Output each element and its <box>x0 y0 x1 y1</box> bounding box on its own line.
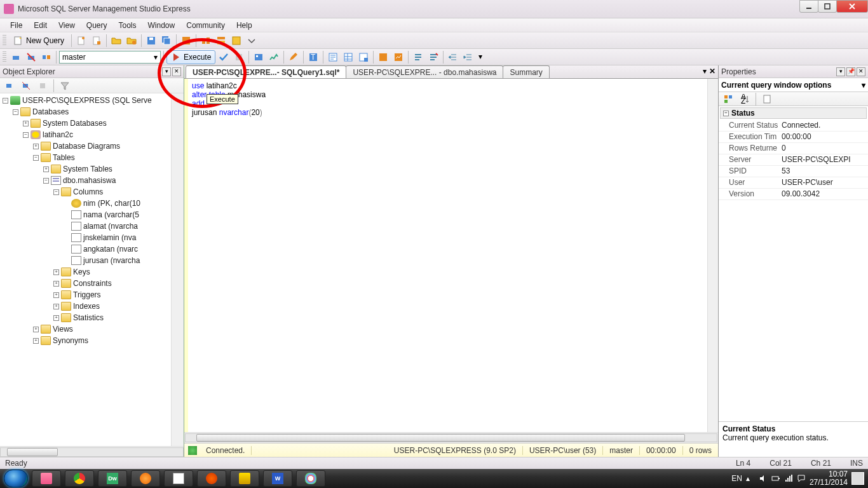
editor-vertical-scrollbar[interactable] <box>707 79 718 432</box>
open-project-button[interactable] <box>125 34 139 48</box>
outdent-button[interactable] <box>461 50 475 64</box>
toolbar-btn-activity[interactable] <box>179 34 193 48</box>
taskbar-clock[interactable]: 10:07 27/11/2014 <box>810 470 848 487</box>
uncomment-button[interactable] <box>426 50 440 64</box>
taskbar-app-firefox[interactable] <box>197 470 226 487</box>
disconnect-button[interactable] <box>24 50 38 64</box>
object-explorer-tree[interactable]: −USER-PC\SQLEXPRESS (SQL Serve −Database… <box>0 93 171 446</box>
change-connection-button[interactable] <box>39 50 53 64</box>
tree-columns-node[interactable]: −Columns <box>1 186 171 198</box>
save-button[interactable] <box>144 34 158 48</box>
collapse-icon[interactable]: − <box>33 155 39 161</box>
user-avatar-icon[interactable] <box>851 472 864 485</box>
toolbar-btn-2[interactable] <box>90 34 104 48</box>
include-plan-button[interactable] <box>376 50 390 64</box>
show-hidden-icons-button[interactable]: ▴ <box>746 474 755 483</box>
collapse-icon[interactable]: − <box>723 111 729 116</box>
parse-button[interactable] <box>217 50 231 64</box>
document-tab-active[interactable]: USER-PC\SQLEXPRE...- SQLQuery1.sql* <box>186 65 346 78</box>
tree-indexes-node[interactable]: +Indexes <box>1 301 171 312</box>
tab-close-button[interactable]: ✕ <box>709 67 715 76</box>
start-button[interactable] <box>4 470 28 487</box>
open-file-button[interactable] <box>109 34 123 48</box>
panel-close-button[interactable]: ✕ <box>857 67 865 76</box>
taskbar-app-dreamweaver[interactable]: Dw <box>98 470 127 487</box>
specify-values-button[interactable]: T <box>306 50 320 64</box>
document-tab[interactable]: USER-PC\SQLEXPRE... - dbo.mahasiswa <box>346 65 503 78</box>
new-query-button[interactable]: New Query <box>9 34 69 48</box>
analyze-button[interactable] <box>267 50 281 64</box>
tree-constraints-node[interactable]: +Constraints <box>1 278 171 289</box>
panel-dropdown-button[interactable]: ▾ <box>836 67 845 76</box>
expand-icon[interactable]: + <box>53 281 59 287</box>
toolbar-btn-temp[interactable] <box>229 34 243 48</box>
window-close-button[interactable] <box>836 0 868 13</box>
panel-dropdown-button[interactable]: ▾ <box>162 67 171 76</box>
sql-editor[interactable]: use latihan2c alter table mahasiswa add … <box>184 79 718 432</box>
expand-icon[interactable]: + <box>33 338 39 344</box>
toolbar-btn-oe[interactable] <box>214 34 228 48</box>
document-tab[interactable]: Summary <box>503 65 549 78</box>
vertical-scrollbar[interactable] <box>171 93 184 446</box>
expand-icon[interactable]: + <box>23 121 29 126</box>
action-center-icon[interactable] <box>797 474 806 483</box>
volume-icon[interactable] <box>759 474 768 483</box>
results-text-button[interactable] <box>326 50 340 64</box>
taskbar-app-word[interactable]: W <box>263 470 292 487</box>
taskbar-app-explorer[interactable] <box>32 470 61 487</box>
editor-content[interactable]: use latihan2c alter table mahasiswa add … <box>188 79 269 432</box>
tree-col-alamat[interactable]: alamat (nvarcha <box>1 220 171 232</box>
tree-col-jurusan[interactable]: jurusan (nvarcha <box>1 255 171 266</box>
window-maximize-button[interactable] <box>818 0 837 13</box>
expand-icon[interactable]: + <box>33 144 39 149</box>
menu-tools[interactable]: Tools <box>114 20 142 31</box>
tree-tables-node[interactable]: −Tables <box>1 152 171 163</box>
collapse-icon[interactable]: − <box>13 109 18 115</box>
toolbar-btn-reg[interactable] <box>199 34 213 48</box>
horizontal-scrollbar[interactable] <box>0 446 184 457</box>
expand-icon[interactable]: + <box>43 166 49 172</box>
categorized-button[interactable] <box>721 92 735 106</box>
menu-view[interactable]: View <box>53 20 80 31</box>
toolbar-btn-1[interactable] <box>74 34 88 48</box>
tree-col-angkatan[interactable]: angkatan (nvarc <box>1 243 171 255</box>
expand-icon[interactable]: + <box>53 304 59 309</box>
collapse-icon[interactable]: − <box>23 132 29 138</box>
taskbar-app-paint[interactable] <box>296 470 325 487</box>
tree-triggers-node[interactable]: +Triggers <box>1 289 171 301</box>
tree-col-nim[interactable]: nim (PK, char(10 <box>1 198 171 209</box>
taskbar-app-ssms[interactable] <box>230 470 259 487</box>
tree-db-latihan2c[interactable]: −latihan2c <box>1 129 171 140</box>
tree-databases-node[interactable]: −Databases <box>1 106 171 118</box>
tree-synonyms-node[interactable]: +Synonyms <box>1 335 171 346</box>
tree-table-mahasiswa[interactable]: −dbo.mahasiswa <box>1 175 171 186</box>
tree-diagrams-node[interactable]: +Database Diagrams <box>1 140 171 152</box>
cancel-query-button[interactable] <box>232 50 246 64</box>
tab-menu-button[interactable]: ▾ <box>703 67 707 76</box>
save-all-button[interactable] <box>159 34 173 48</box>
properties-object-selector[interactable]: Current query window options▾ <box>719 78 868 92</box>
execute-button[interactable]: Execute <box>166 50 215 64</box>
taskbar-app-calendar[interactable] <box>164 470 193 487</box>
indent-button[interactable] <box>446 50 460 64</box>
language-indicator[interactable]: EN <box>731 474 742 483</box>
oe-stop-button[interactable] <box>36 79 50 93</box>
property-category-status[interactable]: −Status <box>720 107 867 119</box>
tree-systables-node[interactable]: +System Tables <box>1 163 171 175</box>
menu-query[interactable]: Query <box>81 20 112 31</box>
network-icon[interactable] <box>784 474 793 483</box>
estimated-plan-button[interactable] <box>252 50 266 64</box>
toolbar-options-button-2[interactable]: ▾ <box>477 50 491 64</box>
expand-icon[interactable]: + <box>33 327 39 332</box>
toolbar-options-button[interactable] <box>245 34 259 48</box>
tree-sysdb-node[interactable]: +System Databases <box>1 118 171 129</box>
collapse-icon[interactable]: − <box>43 178 49 184</box>
expand-icon[interactable]: + <box>53 269 59 275</box>
design-query-button[interactable] <box>287 50 301 64</box>
comment-button[interactable] <box>411 50 425 64</box>
editor-horizontal-scrollbar[interactable] <box>184 432 718 443</box>
menu-window[interactable]: Window <box>143 20 180 31</box>
tree-views-node[interactable]: +Views <box>1 323 171 335</box>
menu-file[interactable]: File <box>5 20 27 31</box>
connect-button[interactable] <box>9 50 23 64</box>
